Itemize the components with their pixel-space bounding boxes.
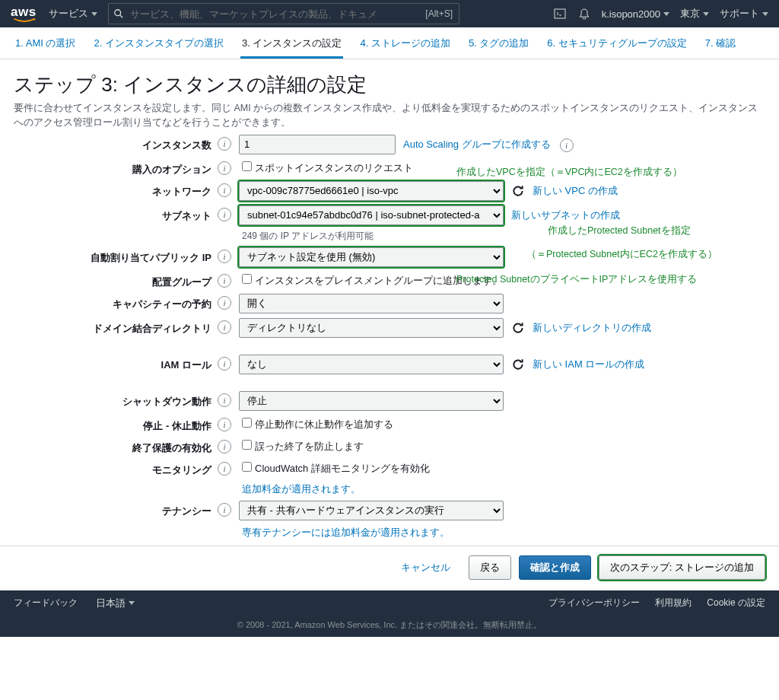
language-menu[interactable]: 日本語 <box>96 597 135 610</box>
link-autoscaling[interactable]: Auto Scaling グループに作成する <box>403 138 551 151</box>
shutdown-select[interactable]: 停止 <box>239 391 504 411</box>
iam-role-select[interactable]: なし <box>239 355 504 374</box>
label-purchase-option: 購入のオプション <box>14 159 216 177</box>
label-shutdown: シャットダウン動作 <box>14 391 216 409</box>
link-new-vpc[interactable]: 新しい VPC の作成 <box>533 184 618 198</box>
monitoring-checkbox[interactable] <box>242 462 252 472</box>
info-icon[interactable]: i <box>218 393 231 407</box>
link-monitoring-pricing[interactable]: 追加料金が適用されます。 <box>242 483 361 496</box>
info-icon[interactable]: i <box>218 208 231 221</box>
link-cookies[interactable]: Cookie の設定 <box>707 597 765 609</box>
wizard-footer: キャンセル 戻る 確認と作成 次のステップ: ストレージの追加 <box>0 546 779 590</box>
label-instance-count: インスタンス数 <box>14 135 216 152</box>
termprot-checkbox[interactable] <box>242 440 252 450</box>
refresh-icon[interactable] <box>511 358 525 371</box>
info-icon[interactable]: i <box>560 138 574 152</box>
svg-line-1 <box>120 15 123 18</box>
label-tenancy: テナンシー <box>14 501 216 518</box>
search-shortcut: [Alt+S] <box>425 8 453 19</box>
info-icon[interactable]: i <box>218 183 231 197</box>
autoassign-ip-select[interactable]: サブネット設定を使用 (無効) <box>239 247 504 267</box>
link-new-subnet[interactable]: 新しいサブネットの作成 <box>511 208 620 222</box>
services-menu[interactable]: サービス <box>49 7 97 21</box>
stophib-checkbox-label[interactable]: 停止動作に休止動作を追加する <box>239 415 393 431</box>
tab-configure[interactable]: 3. インスタンスの設定 <box>240 32 343 59</box>
search-box[interactable]: [Alt+S] <box>108 3 459 24</box>
info-icon[interactable]: i <box>218 503 231 517</box>
termprot-checkbox-label[interactable]: 誤った終了を防止します <box>239 438 364 453</box>
refresh-icon[interactable] <box>511 184 525 198</box>
info-icon[interactable]: i <box>218 440 231 453</box>
chevron-down-icon <box>663 12 669 16</box>
page-title: ステップ 3: インスタンスの詳細の設定 <box>14 72 765 98</box>
page-description: 要件に合わせてインスタンスを設定します。同じ AMI からの複数インスタンス作成… <box>14 101 765 130</box>
info-icon[interactable]: i <box>218 296 231 310</box>
notifications-icon[interactable] <box>577 7 591 21</box>
stophib-checkbox[interactable] <box>242 418 252 428</box>
link-new-iam-role[interactable]: 新しい IAM ロールの作成 <box>533 358 644 371</box>
link-terms[interactable]: 利用規約 <box>655 597 692 609</box>
info-icon[interactable]: i <box>218 462 231 476</box>
link-privacy[interactable]: プライバシーポリシー <box>548 597 640 609</box>
info-icon[interactable]: i <box>218 418 231 431</box>
monitoring-checkbox-label[interactable]: CloudWatch 詳細モニタリングを有効化 <box>239 460 430 476</box>
tab-storage[interactable]: 4. ストレージの追加 <box>358 32 451 59</box>
link-new-directory[interactable]: 新しいディレクトリの作成 <box>533 321 651 335</box>
info-icon[interactable]: i <box>218 320 231 334</box>
chevron-down-icon <box>91 12 97 16</box>
label-monitoring: モニタリング <box>14 460 216 477</box>
label-placement-group: 配置グループ <box>14 272 216 289</box>
chevron-down-icon <box>762 12 768 16</box>
info-icon[interactable]: i <box>218 357 231 371</box>
spot-checkbox[interactable] <box>242 161 252 171</box>
support-menu[interactable]: サポート <box>720 7 768 21</box>
tab-review[interactable]: 7. 確認 <box>704 32 737 59</box>
label-stop-hibernate: 停止 - 休止動作 <box>14 415 216 433</box>
console-footer: フィードバック 日本語 プライバシーポリシー 利用規約 Cookie の設定 <box>0 590 779 616</box>
label-network: ネットワーク <box>14 181 216 199</box>
spot-checkbox-label[interactable]: スポットインスタンスのリクエスト <box>239 159 413 175</box>
review-launch-button[interactable]: 確認と作成 <box>519 555 591 580</box>
back-button[interactable]: 戻る <box>469 555 511 580</box>
subnet-select[interactable]: subnet-01c94e57abdbc0d76 | iso-subnet-pr… <box>239 205 504 225</box>
cancel-button[interactable]: キャンセル <box>390 556 461 579</box>
search-icon <box>113 8 124 19</box>
link-feedback[interactable]: フィードバック <box>14 597 78 609</box>
annotation-vpc: 作成したVPCを指定（＝VPC内にEC2を作成する） <box>456 166 682 179</box>
page-body: ステップ 3: インスタンスの詳細の設定 要件に合わせてインスタンスを設定します… <box>0 59 779 541</box>
search-input[interactable] <box>129 8 425 21</box>
directory-select[interactable]: ディレクトリなし <box>239 318 504 338</box>
placement-checkbox[interactable] <box>242 274 252 284</box>
tab-ami[interactable]: 1. AMI の選択 <box>14 32 77 59</box>
info-icon[interactable]: i <box>218 161 231 175</box>
annotation-autoip: Protected SubnetのプライベートIPアドレスを使用する <box>456 273 697 286</box>
svg-point-0 <box>115 10 121 16</box>
label-iam-role: IAM ロール <box>14 355 216 372</box>
account-menu[interactable]: k.isopon2000 <box>602 8 669 20</box>
label-autoassign-ip: 自動割り当てパブリック IP <box>14 247 216 265</box>
capacity-select[interactable]: 開く <box>239 294 504 313</box>
tenancy-select[interactable]: 共有 - 共有ハードウェアインスタンスの実行 <box>239 501 504 520</box>
annotation-subnet2: （＝Protected Subnet内にEC2を作成する） <box>526 248 717 261</box>
chevron-down-icon <box>703 12 709 16</box>
tab-security-group[interactable]: 6. セキュリティグループの設定 <box>545 32 688 59</box>
label-directory: ドメイン結合ディレクトリ <box>14 318 216 336</box>
aws-logo[interactable]: aws <box>11 5 38 23</box>
tab-instance-type[interactable]: 2. インスタンスタイプの選択 <box>92 32 224 59</box>
region-menu[interactable]: 東京 <box>680 7 709 21</box>
info-icon[interactable]: i <box>218 137 231 151</box>
tab-tags[interactable]: 5. タグの追加 <box>467 32 530 59</box>
cloudshell-icon[interactable] <box>553 7 567 21</box>
svg-rect-2 <box>555 9 565 18</box>
info-icon[interactable]: i <box>218 274 231 288</box>
legal-text: © 2008 - 2021, Amazon Web Services, Inc.… <box>0 616 779 637</box>
label-termination-protection: 終了保護の有効化 <box>14 438 216 455</box>
refresh-icon[interactable] <box>511 321 525 335</box>
next-step-button[interactable]: 次のステップ: ストレージの追加 <box>599 555 765 580</box>
annotation-subnet: 作成したProtected Subnetを指定 <box>548 224 691 237</box>
network-select[interactable]: vpc-009c78775ed6661e0 | iso-vpc <box>239 181 504 201</box>
link-tenancy-pricing[interactable]: 専有テナンシーには追加料金が適用されます。 <box>242 527 450 539</box>
instance-count-input[interactable] <box>239 135 396 154</box>
info-icon[interactable]: i <box>218 250 231 263</box>
wizard-steps: 1. AMI の選択 2. インスタンスタイプの選択 3. インスタンスの設定 … <box>0 27 779 59</box>
